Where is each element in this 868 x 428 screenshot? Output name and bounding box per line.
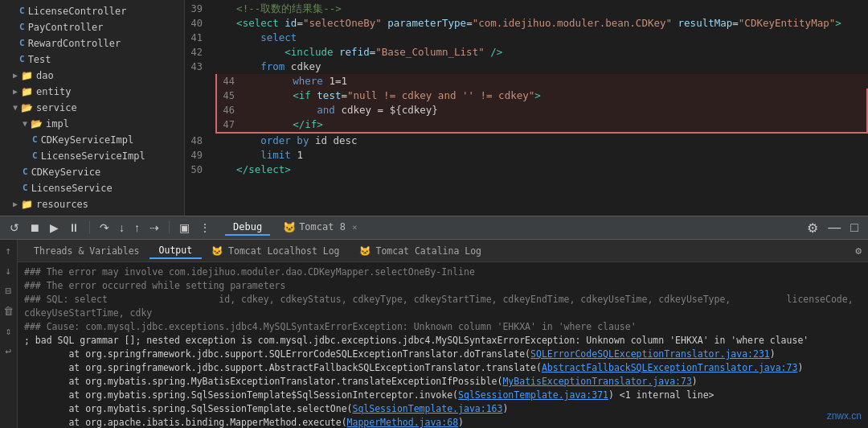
console-tab-output[interactable]: Output: [149, 243, 203, 259]
filter-icon[interactable]: ⊟: [4, 283, 14, 298]
minimize-button[interactable]: —: [825, 219, 844, 237]
console-line: at org.springframework.jdbc.support.Abst…: [24, 361, 862, 375]
line-content: <!--取数的结果集-->: [212, 2, 868, 16]
debug-tab-debug[interactable]: Debug: [225, 220, 270, 236]
step-over-button[interactable]: ↷: [96, 220, 113, 236]
tree-item-cdkey-service-impl[interactable]: C CDKeyServiceImpl: [0, 132, 184, 148]
code-line-42: 42 <include refid="Base_Column_List" />: [185, 45, 868, 60]
chevron-right-icon: ▶: [13, 68, 18, 83]
console-line: at org.mybatis.spring.SqlSessionTemplate…: [24, 389, 862, 402]
stack-link[interactable]: SqlSessionTemplate.java:163: [353, 403, 503, 414]
chevron-right-icon: ▶: [13, 197, 18, 212]
settings-button[interactable]: ⚙: [804, 219, 821, 237]
class-icon: C: [23, 181, 28, 195]
step-out-button[interactable]: ↑: [131, 220, 143, 236]
watermark: znwx.cn: [827, 410, 862, 422]
line-number: 44: [217, 74, 244, 88]
tree-label: impl: [46, 117, 69, 131]
line-content: <if test="null != cdkey and '' != cdkey"…: [244, 88, 866, 103]
folder-icon: 📁: [21, 84, 33, 99]
stack-link[interactable]: MyBatisExceptionTranslator.java:73: [502, 376, 691, 387]
line-number: 50: [185, 163, 212, 177]
tree-item-entity[interactable]: ▶ 📁 entity: [0, 84, 184, 100]
line-number: 43: [185, 60, 212, 74]
console-output: ### The error may involve com.idejihuo.m…: [18, 262, 868, 428]
console-line: at org.mybatis.spring.SqlSessionTemplate…: [24, 402, 862, 416]
tree-item-dao[interactable]: ▶ 📁 dao: [0, 68, 184, 84]
more-button[interactable]: ⋮: [196, 220, 214, 236]
stack-link[interactable]: SqlSessionTemplate.java:371: [458, 389, 608, 401]
stack-link[interactable]: SQLErrorCodeSQLExceptionTranslator.java:…: [530, 348, 770, 360]
tree-item-service[interactable]: ▼ 📂 service: [0, 100, 184, 116]
gear-icon[interactable]: ⚙: [855, 245, 862, 257]
tree-item-cdkey-service[interactable]: C CDKeyService: [0, 164, 184, 180]
evaluate-button[interactable]: ▣: [176, 220, 193, 236]
line-content: order by id desc: [212, 134, 868, 148]
line-content: <include refid="Base_Column_List" />: [212, 45, 868, 60]
tree-item-license-service[interactable]: C LicenseService: [0, 180, 184, 196]
class-icon: C: [19, 4, 25, 19]
stack-link[interactable]: MapperMethod.java:68: [347, 417, 458, 428]
line-number: 42: [185, 45, 212, 60]
chevron-down-icon: ▼: [23, 117, 27, 131]
tree-item-license-service-impl[interactable]: C LicenseServiceImpl: [0, 148, 184, 164]
tomcat-tab-label: Tomcat 8: [299, 221, 346, 233]
tree-item-impl[interactable]: ▼ 📂 impl: [0, 116, 184, 132]
tab-label: Tomcat Localhost Log: [228, 245, 339, 257]
console-line: at org.mybatis.spring.MyBatisExceptionTr…: [24, 375, 862, 389]
line-number: 46: [217, 103, 244, 117]
console-tab-localhost-log[interactable]: 🐱 Tomcat Localhost Log: [202, 244, 349, 258]
down-arrow-icon[interactable]: ↓: [4, 263, 14, 278]
wrap-icon[interactable]: ↩: [4, 344, 14, 359]
console-tab-catalina-log[interactable]: 🐱 Tomcat Catalina Log: [350, 244, 492, 258]
pause-button[interactable]: ⏸: [65, 220, 83, 236]
debug-tab-tomcat[interactable]: 🐱 Tomcat 8 ×: [275, 220, 365, 237]
toolbar-separator: [89, 221, 90, 234]
tree-label-service: service: [36, 101, 77, 115]
console-line: ### The error occurred while setting par…: [24, 279, 862, 293]
rerun-button[interactable]: ↺: [6, 220, 23, 236]
tree-label: LicenseServiceImpl: [41, 149, 145, 163]
code-line-39: 39 <!--取数的结果集-->: [185, 2, 868, 16]
tree-item-resources[interactable]: ▶ 📁 resources: [0, 196, 184, 212]
step-into-button[interactable]: ↓: [116, 220, 128, 236]
tree-label: Test: [28, 52, 51, 67]
maximize-button[interactable]: □: [847, 219, 862, 237]
code-line-49: 49 limit 1: [185, 148, 868, 163]
up-arrow-icon[interactable]: ↑: [4, 243, 14, 258]
resume-button[interactable]: ▶: [47, 220, 62, 236]
clear-icon[interactable]: 🗑: [2, 303, 15, 319]
tree-item-test[interactable]: C Test: [0, 51, 184, 68]
code-line-46: 46 and cdkey = ${cdkey}: [215, 103, 868, 117]
line-content: and cdkey = ${cdkey}: [244, 103, 866, 117]
tree-label: PayController: [28, 20, 104, 35]
tree-label: dao: [36, 68, 54, 83]
tab-label: Threads & Variables: [34, 245, 140, 257]
line-content: </if>: [244, 117, 866, 132]
stack-link[interactable]: AbstractFallbackSQLExceptionTranslator.j…: [542, 362, 798, 373]
console-line: ### The error may involve com.idejihuo.m…: [24, 265, 862, 279]
scroll-lock-icon[interactable]: ⇕: [4, 323, 14, 339]
chevron-down-icon: ▼: [13, 101, 18, 115]
console-tab-threads[interactable]: Threads & Variables: [24, 244, 149, 258]
class-icon: C: [19, 36, 25, 51]
close-tab-icon[interactable]: ×: [352, 222, 358, 233]
stop-button[interactable]: ⏹: [26, 220, 43, 236]
debug-toolbar: ↺ ⏹ ▶ ⏸ ↷ ↓ ↑ ⇢ ▣ ⋮: [6, 220, 214, 236]
toolbar-separator: [169, 221, 170, 234]
tab-label: Output: [159, 245, 193, 256]
line-number: 47: [217, 117, 244, 132]
class-icon: C: [23, 165, 28, 179]
line-number: 41: [185, 31, 212, 45]
code-line-48: 48 order by id desc: [185, 134, 868, 148]
tree-label: CDKeyService: [31, 165, 101, 179]
run-to-cursor-button[interactable]: ⇢: [146, 220, 162, 236]
tree-item-reward-controller[interactable]: C RewardController: [0, 35, 184, 51]
tree-item-pay-controller[interactable]: C PayController: [0, 19, 184, 35]
line-content: limit 1: [212, 148, 868, 163]
line-number: 40: [185, 16, 212, 31]
tree-item-license-controller[interactable]: C LicenseController: [0, 3, 184, 19]
code-line-47: 47 </if>: [215, 117, 868, 134]
line-content: where 1=1: [244, 74, 868, 88]
class-icon: C: [19, 20, 25, 35]
